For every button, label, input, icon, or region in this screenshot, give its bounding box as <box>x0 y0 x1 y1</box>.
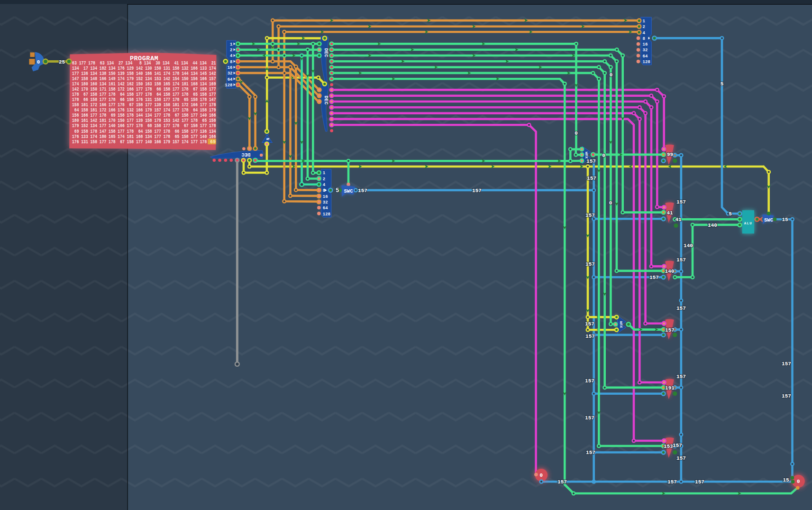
svg-text:157: 157 <box>695 479 704 485</box>
svg-text:157: 157 <box>676 306 686 311</box>
svg-text:25: 25 <box>59 59 65 65</box>
svg-text:157: 157 <box>585 415 594 421</box>
svg-text:128: 128 <box>225 83 232 88</box>
svg-text:MUX: MUX <box>584 152 589 159</box>
svg-text:SWC: SWC <box>344 188 354 194</box>
svg-text:0: 0 <box>540 473 543 478</box>
svg-text:4: 4 <box>323 183 326 187</box>
svg-text:32: 32 <box>643 48 648 53</box>
svg-text:157: 157 <box>586 158 596 164</box>
svg-text:177 136 134 138 150 139 158 14: 177 136 134 138 150 139 158 140 166 141 … <box>72 71 216 76</box>
svg-text:179 152 134 177 140 166 177 17: 179 152 134 177 140 166 177 178 68 158 1… <box>72 123 216 129</box>
svg-text:157: 157 <box>782 393 791 399</box>
svg-text:140: 140 <box>708 223 717 228</box>
svg-text:0: 0 <box>797 479 800 484</box>
svg-text:16: 16 <box>228 65 233 70</box>
svg-text:N: N <box>265 138 270 140</box>
svg-text:69 158 178 147 158 177 178 64: 69 158 178 147 158 177 178 64 158 177 17… <box>72 129 216 134</box>
svg-text:41: 41 <box>666 210 673 216</box>
svg-text:191: 191 <box>665 385 675 391</box>
svg-text:8: 8 <box>643 37 645 41</box>
svg-text:157: 157 <box>358 188 367 194</box>
svg-text:1: 1 <box>323 171 326 176</box>
svg-text:DEC: DEC <box>241 152 251 158</box>
svg-text:5: 5 <box>336 187 339 194</box>
svg-text:157: 157 <box>585 378 594 384</box>
svg-text:153: 153 <box>664 444 673 449</box>
svg-text:2: 2 <box>643 25 645 29</box>
svg-text:157: 157 <box>649 275 659 280</box>
svg-text:157: 157 <box>673 443 682 448</box>
svg-text:69: 69 <box>210 139 216 145</box>
svg-text:0: 0 <box>609 200 612 206</box>
svg-text:157: 157 <box>587 176 596 181</box>
svg-text:174 180 160 134 161 142 162 15: 174 180 160 134 161 142 162 150 163 158 … <box>72 82 216 87</box>
svg-text:178 66 158 177 178 66 158 17: 178 66 158 177 178 66 158 176 131 158 17… <box>72 97 216 102</box>
svg-text:157: 157 <box>665 327 675 333</box>
svg-text:4: 4 <box>643 31 646 36</box>
svg-text:SWC: SWC <box>764 217 774 223</box>
svg-text:16: 16 <box>643 42 648 47</box>
svg-text:157: 157 <box>676 257 686 263</box>
svg-text:1: 1 <box>230 42 233 47</box>
svg-text:176 131 158 177 178 67 158 17: 176 131 158 177 178 67 158 177 140 166 1… <box>72 139 216 145</box>
svg-text:157: 157 <box>667 479 677 485</box>
svg-text:DEC: DEC <box>323 48 329 58</box>
svg-text:157: 157 <box>585 213 595 218</box>
svg-text:ALU: ALU <box>744 222 752 225</box>
svg-text:64: 64 <box>643 54 648 59</box>
svg-text:99: 99 <box>667 152 673 158</box>
svg-text:0: 0 <box>602 153 605 158</box>
svg-text:8: 8 <box>230 60 232 65</box>
svg-text:157: 157 <box>585 321 594 327</box>
svg-text:DEC: DEC <box>323 96 329 105</box>
svg-text:156 166 177 178 69 158 178 14: 156 166 177 178 69 158 178 144 134 177 1… <box>72 113 216 118</box>
svg-text:64 158 181 172 166 176 132 166: 64 158 181 172 166 176 132 166 179 157 1… <box>72 108 216 113</box>
svg-text:64: 64 <box>228 77 233 82</box>
svg-text:147 158 148 166 149 174 179 15: 147 158 148 166 149 174 179 152 134 153 … <box>72 76 216 82</box>
svg-text:15: 15 <box>782 217 788 223</box>
svg-text:4: 4 <box>230 54 233 58</box>
svg-text:176 133 174 180 165 174 181 16: 176 133 174 180 165 174 181 168 134 177 … <box>72 134 216 139</box>
svg-text:157: 157 <box>676 199 686 205</box>
svg-text:157: 157 <box>557 479 567 485</box>
svg-text:1: 1 <box>643 19 646 24</box>
svg-text:140: 140 <box>684 243 693 249</box>
svg-text:2: 2 <box>230 48 232 53</box>
svg-text:64: 64 <box>323 206 328 211</box>
svg-text:157: 157 <box>676 374 686 380</box>
svg-text:157: 157 <box>472 188 482 194</box>
svg-text:134 17 134 182 134 176 129 14: 134 17 134 182 134 176 129 142 130 150 1… <box>72 66 216 71</box>
svg-text:0: 0 <box>37 59 40 65</box>
svg-text:158 181 172 166 177 178 67 15: 158 181 172 166 177 178 67 158 177 139 1… <box>72 102 216 108</box>
svg-text:157: 157 <box>585 261 595 267</box>
svg-text:142 170 150 171 158 172 166 17: 142 170 150 171 158 172 166 177 178 66 1… <box>72 87 216 92</box>
svg-text:0: 0 <box>575 130 578 136</box>
svg-text:41: 41 <box>675 217 682 223</box>
svg-text:157: 157 <box>676 455 686 461</box>
svg-text:32: 32 <box>228 71 233 76</box>
svg-text:128: 128 <box>643 60 650 65</box>
svg-text:5: 5 <box>729 211 732 217</box>
svg-text:5: 5 <box>721 81 724 87</box>
svg-text:15: 15 <box>783 477 789 483</box>
svg-text:128: 128 <box>323 212 330 217</box>
svg-text:180 161 142 181 170 150 177 13: 180 161 142 181 170 150 177 139 158 179 … <box>72 118 216 123</box>
svg-text:63 177 178 63 134 27 134 8: 63 177 178 63 134 27 134 8 134 30 134 41… <box>72 61 216 66</box>
svg-text:2: 2 <box>323 177 325 182</box>
svg-text:16: 16 <box>323 195 328 199</box>
svg-text:0: 0 <box>610 72 613 78</box>
svg-text:32: 32 <box>323 200 328 205</box>
svg-text:MUX: MUX <box>619 321 623 328</box>
svg-text:157: 157 <box>585 334 595 339</box>
svg-text:157: 157 <box>782 361 791 367</box>
svg-text:140: 140 <box>665 269 675 274</box>
svg-text:157: 157 <box>586 450 595 455</box>
svg-text:178 67 158 177 178 64 158 17: 178 67 158 177 178 64 158 177 178 64 158… <box>72 92 216 97</box>
